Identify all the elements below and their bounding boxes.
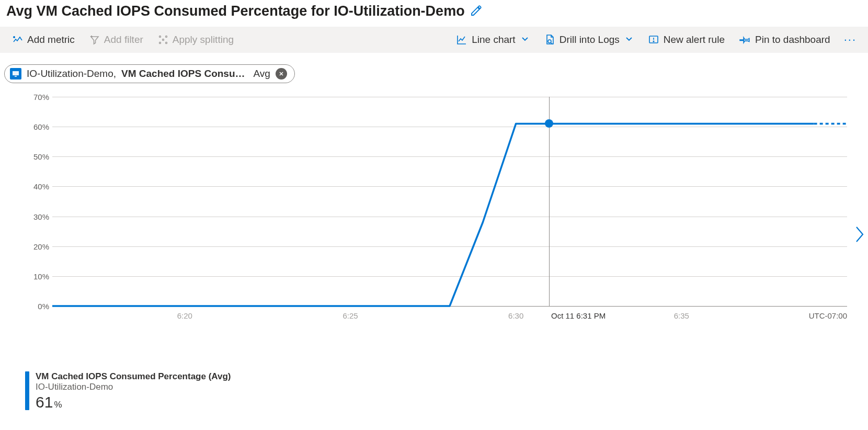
svg-point-7 [653, 41, 654, 42]
y-tick: 30% [33, 212, 49, 221]
add-metric-icon [13, 35, 23, 45]
y-tick: 40% [33, 182, 49, 191]
x-tick: 6:25 [342, 311, 358, 320]
edit-icon[interactable] [470, 4, 483, 19]
pin-icon [739, 34, 751, 46]
chart-type-label: Line chart [472, 34, 515, 46]
y-tick: 60% [33, 122, 49, 131]
svg-rect-9 [15, 76, 17, 77]
pill-resource: IO-Utilization-Demo, [27, 68, 116, 80]
svg-point-0 [159, 42, 161, 44]
timezone-label: UTC-07:00 [809, 311, 847, 320]
y-tick: 70% [33, 93, 49, 101]
apply-splitting-label: Apply splitting [173, 34, 234, 46]
new-alert-button[interactable]: New alert rule [643, 32, 730, 48]
x-tick: 6:35 [674, 311, 689, 320]
y-tick: 50% [33, 152, 49, 161]
y-axis: 0%10%20%30%40%50%60%70% [21, 97, 52, 306]
legend-resource: IO-Utilization-Demo [36, 382, 231, 392]
new-alert-label: New alert rule [664, 34, 725, 46]
add-metric-button[interactable]: Add metric [7, 32, 80, 48]
pill-metric: VM Cached IOPS Consu… [121, 68, 245, 80]
remove-metric-button[interactable] [276, 68, 287, 80]
next-page-button[interactable] [853, 225, 865, 246]
split-icon [158, 35, 168, 45]
drill-logs-dropdown[interactable]: Drill into Logs [539, 32, 638, 48]
x-tick: 6:20 [177, 311, 192, 320]
hover-crosshair [549, 97, 550, 306]
x-tick: 6:30 [508, 311, 523, 320]
page-title: Avg VM Cached IOPS Consumed Percentage f… [6, 3, 465, 19]
pin-dashboard-button[interactable]: Pin to dashboard [734, 32, 836, 48]
svg-point-1 [165, 36, 167, 38]
filter-icon [89, 35, 100, 45]
hover-point [545, 119, 553, 128]
pill-aggregation: Avg [254, 68, 270, 80]
drill-logs-label: Drill into Logs [559, 34, 620, 46]
chart[interactable]: 0%10%20%30%40%50%60%70% Oct 11 6:31 PM 6… [21, 97, 847, 327]
legend[interactable]: VM Cached IOPS Consumed Percentage (Avg)… [25, 371, 231, 410]
legend-value: 61% [36, 394, 231, 410]
toolbar: Add metric Add filter Apply splitting Li… [0, 27, 868, 53]
add-metric-label: Add metric [27, 34, 75, 46]
svg-point-2 [162, 39, 164, 41]
y-tick: 0% [38, 302, 49, 311]
vm-icon [10, 68, 21, 80]
logs-icon [544, 34, 555, 46]
legend-color-swatch [25, 371, 29, 410]
svg-point-4 [159, 36, 161, 38]
chart-type-dropdown[interactable]: Line chart [451, 32, 534, 48]
pin-dashboard-label: Pin to dashboard [755, 34, 830, 46]
metric-pill[interactable]: IO-Utilization-Demo, VM Cached IOPS Cons… [4, 64, 295, 83]
plot-area: Oct 11 6:31 PM [52, 97, 847, 306]
chevron-down-icon [625, 34, 633, 46]
alert-icon [648, 34, 659, 46]
svg-rect-8 [13, 71, 19, 75]
svg-point-3 [165, 42, 167, 44]
svg-point-5 [548, 40, 551, 43]
legend-series-name: VM Cached IOPS Consumed Percentage (Avg) [36, 371, 231, 382]
x-axis: 6:206:256:306:35 [52, 311, 847, 324]
more-actions-button[interactable]: ··· [840, 33, 861, 47]
add-filter-label: Add filter [104, 34, 143, 46]
line-chart-icon [456, 34, 467, 46]
y-tick: 10% [33, 271, 49, 280]
add-filter-button: Add filter [84, 32, 149, 48]
y-tick: 20% [33, 242, 49, 251]
apply-splitting-button: Apply splitting [153, 32, 239, 48]
chevron-down-icon [521, 34, 529, 46]
